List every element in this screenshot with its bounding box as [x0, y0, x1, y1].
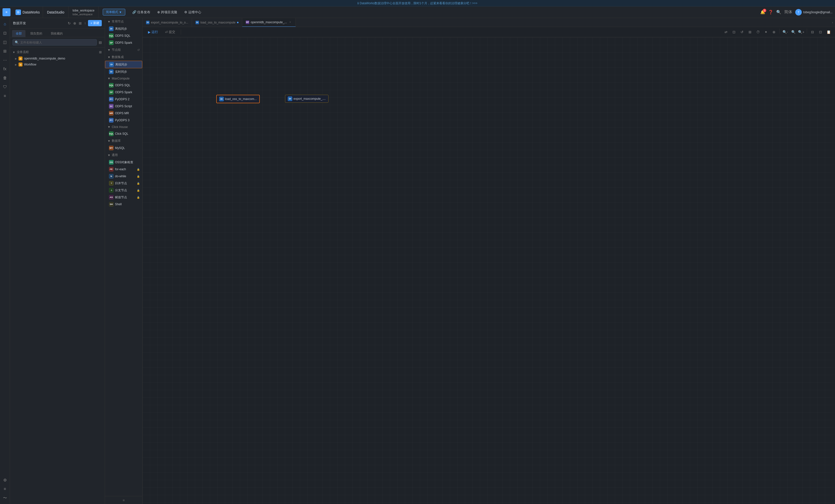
search-input-wrap[interactable]: 🔍 — [13, 39, 97, 45]
tree-item-workflow[interactable]: ▶ ⊞ Workflow — [10, 61, 105, 67]
collapse-btn[interactable]: ⊟ — [809, 28, 816, 36]
di-icon: DI — [109, 62, 114, 67]
node-click-sql[interactable]: SQL Click SQL — [105, 130, 142, 137]
tab-load-oss[interactable]: DI load_oss_to_maxcompute — [192, 18, 242, 27]
help-button[interactable]: ❓ — [768, 10, 773, 15]
node-do-while[interactable]: N do-while 🔒 — [105, 173, 142, 180]
tab-export-maxcompute[interactable]: DI export_maxcompute_to_o... — [143, 18, 192, 27]
tab-mine[interactable]: 我负责的 — [26, 30, 46, 37]
run-button[interactable]: ▶ 运行 — [145, 29, 161, 35]
sidebar-item-data[interactable]: ◫ — [1, 38, 9, 46]
node-odps-mr[interactable]: MR ODPS MR — [105, 110, 142, 117]
sidebar-item-table[interactable]: ⊞ — [1, 47, 9, 55]
sidebar-item-docs[interactable]: ≡ — [1, 92, 9, 100]
node-odps-sql[interactable]: SQL ODPS SQL — [105, 82, 142, 89]
tree-section-business[interactable]: ▼ 业务流程 ⊞ — [10, 49, 105, 56]
notification-button[interactable]: 🔔 3 — [760, 10, 765, 15]
filter-icon[interactable]: ▤ — [98, 40, 102, 45]
search-button[interactable]: 🔍 — [776, 10, 781, 15]
node-odps-spark[interactable]: SP ODPS Spark — [105, 89, 142, 96]
search-input[interactable] — [20, 41, 95, 44]
node-offline-sync-selected[interactable]: DI 离线同步 — [105, 61, 142, 68]
tab-close-button[interactable]: × — [288, 20, 292, 24]
collapse-icon[interactable]: ≡ — [122, 498, 124, 502]
sidebar-item-settings[interactable]: ⚙ — [1, 476, 9, 484]
user-menu[interactable]: T tobeg3oogle@gmail... — [795, 9, 833, 16]
upload-button[interactable]: ↑ — [84, 21, 86, 26]
left-panel-actions: ↻ ⊕ ⊞ ↑ + 新建 — [67, 20, 102, 26]
mysql-icon: MY — [109, 146, 114, 150]
group-clickhouse[interactable]: ▼ Click House — [105, 124, 142, 130]
tree-item-openmldb[interactable]: ▶ ⊞ openmldb_maxcompute_demo — [10, 56, 105, 61]
node-branch[interactable]: ⑃ 分支节点 🔒 — [105, 187, 142, 194]
grid-view-button[interactable]: ⊞ — [78, 21, 82, 26]
sidebar-item-shield[interactable]: 🛡 — [1, 83, 9, 91]
node-pyodps2[interactable]: PY PyODPS 2 — [105, 96, 142, 103]
sidebar-item-search[interactable]: ⊡ — [1, 29, 9, 37]
refresh-icon[interactable]: ↺ — [137, 48, 140, 52]
sparkle-btn[interactable]: ✦ — [762, 28, 770, 36]
workspace-selector[interactable]: tobe_workspace tobe_workspace — [68, 6, 99, 18]
node-odps-spark-top[interactable]: SP ODPS Spark — [105, 39, 142, 46]
oss-icon: OS — [109, 160, 114, 164]
menu-button[interactable]: ≡ — [2, 8, 11, 16]
banner-icon: ℹ — [358, 1, 359, 5]
node-realtime-sync[interactable]: DI 实时同步 — [105, 68, 142, 75]
chevron-down-icon: ▼ — [107, 48, 110, 52]
sidebar-item-functions[interactable]: fx — [1, 65, 9, 73]
fe-icon: FE — [109, 167, 114, 172]
select-btn[interactable]: ⊡ — [731, 28, 737, 36]
cross-project-button[interactable]: ⊕ 跨项目克隆 — [154, 8, 180, 16]
new-tab-button[interactable]: ⊕ — [73, 21, 77, 26]
mode-button[interactable]: 简单模式 ▼ — [103, 9, 125, 16]
node-assign[interactable]: AS 赋值节点 🔒 — [105, 194, 142, 201]
sidebar-item-trash[interactable]: 🗑 — [1, 74, 9, 82]
node-shell[interactable]: SH Shell — [105, 201, 142, 208]
node-odps-script[interactable]: SC ODPS Script — [105, 103, 142, 110]
left-panel-title: 数据开发 — [13, 21, 26, 25]
new-button[interactable]: + 新建 — [88, 20, 102, 26]
group-maxcompute[interactable]: ▼ MaxCompute — [105, 75, 142, 82]
language-button[interactable]: 简体 — [784, 9, 792, 15]
canvas-node-load-oss[interactable]: DI load_oss_to_maxcom... — [216, 95, 260, 103]
group-database[interactable]: ▼ 数据库 — [105, 137, 142, 144]
group-common[interactable]: ▼ 常用节点 — [105, 18, 142, 25]
zoom-reset-btn[interactable]: 🔍 — [790, 28, 797, 36]
sidebar-item-waves[interactable]: 〜 — [1, 494, 9, 502]
node-for-each[interactable]: FE for-each 🔒 — [105, 166, 142, 173]
zoom-in-btn[interactable]: 🔍+ — [798, 28, 805, 36]
expand-btn[interactable]: ⊡ — [817, 28, 824, 36]
group-data-integration[interactable]: ▼ 数据集成 — [105, 54, 142, 61]
node-merge[interactable]: ⑂ 归并节点 🔒 — [105, 180, 142, 187]
task-publish-button[interactable]: 🔗 任务发布 — [129, 8, 153, 16]
zoom-out-btn[interactable]: 🔍- — [782, 28, 789, 36]
refresh-button[interactable]: ↻ — [67, 21, 71, 26]
tab-all[interactable]: 全部 — [12, 30, 25, 37]
node-offline-sync-common[interactable]: DI 离线同步 — [105, 25, 142, 32]
node-oss-check[interactable]: OS OSS对象检查 — [105, 159, 142, 166]
submit-button[interactable]: ⏎ 提交 — [163, 29, 178, 35]
copy-btn[interactable]: 📋 — [825, 28, 832, 36]
ops-center-button[interactable]: ⚙ 运维中心 — [181, 8, 204, 16]
refresh-btn[interactable]: ↺ — [738, 28, 746, 36]
add-btn[interactable]: ⊕ — [771, 28, 777, 36]
tab-openmldb-workflow[interactable]: WF openmldb_maxcompute_... × — [242, 18, 296, 27]
chevron-down-icon: ▼ — [107, 154, 110, 157]
canvas[interactable]: DI load_oss_to_maxcom... DI export_maxco… — [143, 37, 835, 504]
scroll-indicator[interactable]: › — [832, 21, 833, 24]
sidebar-item-workflow[interactable]: ⋯ — [1, 56, 9, 64]
timer-btn[interactable]: ⏱ — [754, 28, 761, 36]
play-icon: ▶ — [148, 30, 150, 34]
group-node-set[interactable]: ▼ 节点组 ↺ — [105, 46, 142, 54]
node-pyodps3[interactable]: PY PyODPS 3 — [105, 117, 142, 124]
tab-favorites[interactable]: 我收藏的 — [47, 30, 66, 37]
sidebar-item-home[interactable]: ⌂ — [1, 20, 9, 28]
node-odps-sql-top[interactable]: SQL ODPS SQL — [105, 32, 142, 39]
arrow-btn[interactable]: ⇄ — [722, 28, 730, 36]
group-general[interactable]: ▼ 通用 — [105, 152, 142, 159]
grid-icon[interactable]: ⊞ — [99, 50, 102, 55]
canvas-node-export-maxcompute[interactable]: DI export_maxcompute_.... — [285, 95, 328, 103]
sidebar-item-menu[interactable]: ≡ — [1, 485, 9, 493]
node-mysql[interactable]: MY MySQL — [105, 144, 142, 152]
grid-btn[interactable]: ⊞ — [747, 28, 754, 36]
